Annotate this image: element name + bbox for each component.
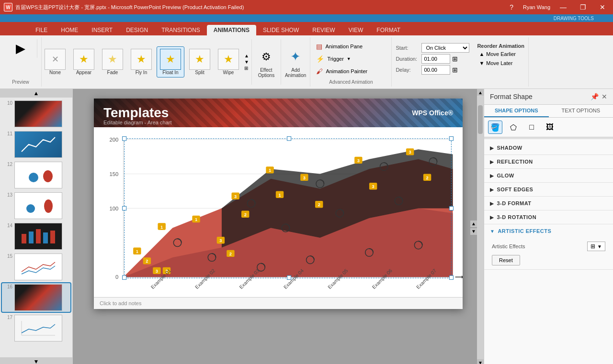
tab-text-options[interactable]: TEXT OPTIONS bbox=[549, 105, 613, 117]
animation-pane-label: Animation Pane bbox=[325, 44, 363, 49]
add-animation-label[interactable]: AddAnimation bbox=[285, 67, 306, 78]
animation-appear[interactable]: ★ Appear bbox=[70, 47, 97, 77]
3d-format-header[interactable]: ▶ 3-D FORMAT bbox=[484, 197, 613, 210]
tab-animations[interactable]: ANIMATIONS bbox=[207, 25, 256, 35]
svg-text:3: 3 bbox=[219, 238, 222, 243]
canvas-scrollbar-v[interactable]: ▲ ▼ bbox=[477, 89, 484, 364]
soft-edges-chevron: ▶ bbox=[490, 187, 494, 192]
slide-thumb-17[interactable]: 17 bbox=[2, 314, 70, 342]
tab-transitions[interactable]: TRANSITIONS bbox=[155, 25, 207, 35]
preview-icon: ▶ bbox=[16, 41, 25, 56]
animation-none[interactable]: ✕ None bbox=[42, 47, 68, 77]
scroll-v-up[interactable]: ▲ bbox=[477, 89, 484, 96]
scroll-up-btn[interactable]: ▲ bbox=[243, 53, 250, 59]
glow-header[interactable]: ▶ GLOW bbox=[484, 169, 613, 182]
scroll-v-down[interactable]: ▼ bbox=[477, 359, 484, 364]
delay-spin-btn[interactable]: ⊞ bbox=[452, 66, 458, 74]
artistic-effects-header[interactable]: ▼ ARTISTIC EFFECTS bbox=[484, 224, 613, 238]
svg-text:3: 3 bbox=[156, 269, 158, 274]
start-select[interactable]: On Click With Previous After Previous bbox=[421, 43, 469, 53]
slide-thumb-16[interactable]: 16 bbox=[2, 283, 70, 312]
scroll-more-btn[interactable]: ⊞ bbox=[243, 65, 250, 71]
preview-btn[interactable]: ▶ bbox=[4, 39, 37, 58]
slide-thumb-10[interactable]: 10 bbox=[2, 99, 70, 128]
artistic-effects-row: Artistic Effects ⊞ ▼ bbox=[492, 242, 605, 251]
scroll-v-thumb[interactable] bbox=[478, 105, 483, 134]
animation-painter-label: Animation Painter bbox=[326, 68, 367, 74]
reflection-header[interactable]: ▶ REFLECTION bbox=[484, 155, 613, 168]
format-panel-header: Format Shape 📌 ✕ bbox=[484, 89, 613, 105]
format-fill-icon-tab[interactable]: 🪣 bbox=[488, 121, 502, 134]
section-glow: ▶ GLOW bbox=[484, 169, 613, 183]
canvas-nav-up[interactable]: ▲ bbox=[470, 221, 477, 227]
format-image-icon-tab[interactable]: 🖼 bbox=[543, 121, 557, 134]
scroll-down-btn[interactable]: ▼ bbox=[243, 59, 250, 65]
minimize-btn[interactable]: — bbox=[556, 2, 570, 12]
slide-panel-scroll-down[interactable]: ▼ bbox=[0, 357, 72, 364]
svg-text:1: 1 bbox=[279, 193, 281, 198]
reset-btn[interactable]: Reset bbox=[492, 255, 520, 265]
animation-wipe[interactable]: ★ Wipe bbox=[215, 47, 242, 77]
area-chart: 200 150 100 0 bbox=[94, 127, 463, 309]
tab-file[interactable]: FILE bbox=[29, 25, 54, 35]
format-panel-close[interactable]: ✕ bbox=[602, 93, 607, 100]
slide-canvas: Templates Editable diagram - Area chart … bbox=[94, 99, 463, 309]
format-size-icon-tab[interactable]: □ bbox=[524, 121, 539, 134]
slide-num-11: 11 bbox=[3, 131, 12, 136]
animation-fly-in[interactable]: ★ Fly In bbox=[128, 47, 155, 77]
slide-thumb-12[interactable]: 12 bbox=[2, 161, 70, 189]
tab-review[interactable]: REVIEW bbox=[306, 25, 341, 35]
restore-btn[interactable]: ❐ bbox=[576, 2, 590, 12]
format-panel-content: ▶ SHADOW ▶ REFLECTION ▶ GLOW bbox=[484, 139, 613, 364]
delay-input[interactable] bbox=[421, 65, 450, 75]
format-panel-unpin[interactable]: 📌 bbox=[590, 93, 599, 100]
tab-format[interactable]: FORMAT bbox=[370, 25, 407, 35]
slide-thumb-14[interactable]: 14 bbox=[2, 222, 70, 251]
animation-painter-btn[interactable]: 🖌 Animation Painter bbox=[314, 66, 387, 77]
3d-format-chevron: ▶ bbox=[490, 201, 494, 206]
animation-split[interactable]: ★ Split bbox=[186, 47, 213, 77]
tab-home[interactable]: HOME bbox=[54, 25, 85, 35]
tab-insert[interactable]: INSERT bbox=[85, 25, 119, 35]
section-3d-rotation: ▶ 3-D ROTATION bbox=[484, 210, 613, 224]
shadow-header[interactable]: ▶ SHADOW bbox=[484, 141, 613, 154]
duration-input[interactable] bbox=[421, 54, 450, 64]
tab-view[interactable]: VIEW bbox=[342, 25, 370, 35]
tab-shape-options[interactable]: SHAPE OPTIONS bbox=[484, 105, 549, 117]
slide-thumb-11[interactable]: 11 bbox=[2, 130, 70, 159]
slide-panel-scroll-up[interactable]: ▲ bbox=[0, 89, 72, 98]
slide-thumb-13[interactable]: 13 bbox=[2, 191, 70, 220]
artistic-effects-dropdown[interactable]: ⊞ ▼ bbox=[587, 242, 605, 251]
slide-num-14: 14 bbox=[3, 223, 12, 228]
duration-spin-btn[interactable]: ⊞ bbox=[452, 55, 458, 63]
svg-text:2: 2 bbox=[146, 259, 148, 264]
format-panel-controls: 📌 ✕ bbox=[590, 93, 607, 100]
canvas-nav: ▲ ▼ bbox=[470, 221, 477, 235]
slide-img-12 bbox=[14, 162, 62, 188]
help-btn[interactable]: ? bbox=[506, 2, 517, 12]
format-shape-icon-tab[interactable]: ⬠ bbox=[506, 121, 521, 134]
soft-edges-header[interactable]: ▶ SOFT EDGES bbox=[484, 183, 613, 196]
svg-text:3: 3 bbox=[303, 176, 306, 180]
svg-text:200: 200 bbox=[110, 137, 119, 143]
animation-pane-btn[interactable]: ▤ Animation Pane bbox=[314, 41, 387, 52]
start-row: Start: On Click With Previous After Prev… bbox=[396, 43, 469, 53]
slide-img-11 bbox=[14, 131, 62, 158]
close-btn[interactable]: ✕ bbox=[596, 2, 609, 12]
move-later-btn[interactable]: ▼ Move Later bbox=[477, 59, 524, 67]
effect-options-label[interactable]: EffectOptions bbox=[258, 67, 274, 78]
animation-scroll: ▲ ▼ ⊞ bbox=[242, 39, 251, 85]
3d-rotation-header[interactable]: ▶ 3-D ROTATION bbox=[484, 210, 613, 224]
tab-design[interactable]: DESIGN bbox=[119, 25, 155, 35]
canvas-area: Templates Editable diagram - Area chart … bbox=[73, 89, 484, 364]
split-icon: ★ bbox=[189, 49, 210, 70]
tab-slideshow[interactable]: SLIDE SHOW bbox=[256, 25, 306, 35]
animation-float-in[interactable]: ★ Float In bbox=[157, 46, 184, 77]
ribbon: ▶ Preview ✕ None ★ Appear ★ bbox=[0, 35, 613, 89]
trigger-btn[interactable]: ⚡ Trigger ▼ bbox=[314, 54, 387, 64]
canvas-nav-down[interactable]: ▼ bbox=[470, 228, 477, 235]
slide-thumb-15[interactable]: 15 bbox=[2, 253, 70, 281]
start-label: Start: bbox=[396, 45, 420, 51]
animation-fade[interactable]: ★ Fade bbox=[99, 47, 126, 77]
move-earlier-btn[interactable]: ▲ Move Earlier bbox=[477, 50, 524, 58]
